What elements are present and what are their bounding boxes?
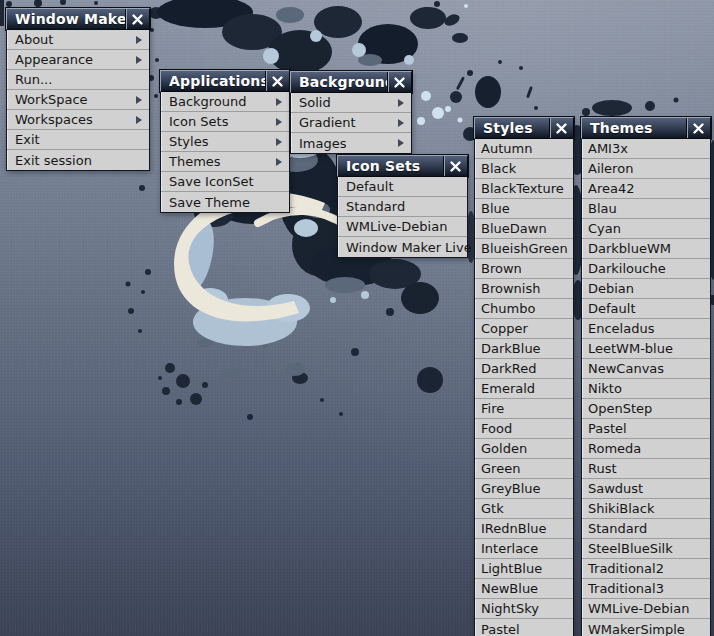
menu-item-darkred[interactable]: DarkRed (475, 359, 573, 379)
menu-item-newcanvas[interactable]: NewCanvas (582, 359, 710, 379)
menu-item-openstep[interactable]: OpenStep (582, 399, 710, 419)
menu-item-label: Rust (588, 459, 617, 478)
menu-item-about[interactable]: About (7, 30, 149, 50)
menu-item-save-theme[interactable]: Save Theme (161, 192, 289, 212)
menu-item-label: Window Maker Live (346, 238, 472, 257)
menu-item-area42[interactable]: Area42 (582, 179, 710, 199)
menu-item-autumn[interactable]: Autumn (475, 139, 573, 159)
menu-item-shikiblack[interactable]: ShikiBlack (582, 499, 710, 519)
menu-item-window-maker-live[interactable]: Window Maker Live (338, 237, 467, 257)
menu-item-rust[interactable]: Rust (582, 459, 710, 479)
menu-item-blueishgreen[interactable]: BlueishGreen (475, 239, 573, 259)
desktop[interactable]: Window Maker AboutAppearanceRun...WorkSp… (0, 0, 714, 636)
menu-item-wmlive-debian[interactable]: WMLive-Debian (582, 599, 710, 619)
submenu-arrow-icon (276, 138, 282, 146)
menu-item-greyblue[interactable]: GreyBlue (475, 479, 573, 499)
menu-item-run[interactable]: Run... (7, 70, 149, 90)
menu-body: AMI3xAileronArea42BlauCyanDarkblueWMDark… (581, 139, 711, 636)
close-button[interactable] (686, 118, 710, 138)
close-button[interactable] (443, 156, 467, 176)
menu-themes: Themes AMI3xAileronArea42BlauCyanDarkblu… (581, 117, 711, 636)
menu-item-brownish[interactable]: Brownish (475, 279, 573, 299)
menu-item-emerald[interactable]: Emerald (475, 379, 573, 399)
menu-item-newblue[interactable]: NewBlue (475, 579, 573, 599)
menu-item-blacktexture[interactable]: BlackTexture (475, 179, 573, 199)
menu-item-workspaces[interactable]: Workspaces (7, 110, 149, 130)
menu-item-images[interactable]: Images (291, 133, 411, 153)
menu-item-solid[interactable]: Solid (291, 93, 411, 113)
menu-item-lightblue[interactable]: LightBlue (475, 559, 573, 579)
menu-item-fire[interactable]: Fire (475, 399, 573, 419)
menu-item-aileron[interactable]: Aileron (582, 159, 710, 179)
menu-item-default[interactable]: Default (582, 299, 710, 319)
menu-item-default[interactable]: Default (338, 177, 467, 197)
menu-item-styles[interactable]: Styles (161, 132, 289, 152)
menu-item-standard[interactable]: Standard (582, 519, 710, 539)
menu-item-cyan[interactable]: Cyan (582, 219, 710, 239)
menu-item-label: NewBlue (481, 579, 538, 598)
menu-titlebar[interactable]: Themes (581, 117, 711, 139)
menu-item-exit[interactable]: Exit (7, 130, 149, 150)
menu-item-label: Golden (481, 439, 527, 458)
menu-item-golden[interactable]: Golden (475, 439, 573, 459)
menu-item-standard[interactable]: Standard (338, 197, 467, 217)
menu-item-chumbo[interactable]: Chumbo (475, 299, 573, 319)
menu-item-label: OpenStep (588, 399, 652, 418)
menu-item-steelbluesilk[interactable]: SteelBlueSilk (582, 539, 710, 559)
menu-title: Background (291, 72, 387, 92)
menu-item-ami3x[interactable]: AMI3x (582, 139, 710, 159)
menu-item-gtk[interactable]: Gtk (475, 499, 573, 519)
menu-item-label: WMLive-Debian (346, 217, 447, 236)
menu-item-darkblue[interactable]: DarkBlue (475, 339, 573, 359)
menu-titlebar[interactable]: Window Maker (6, 8, 150, 30)
menu-icon-sets: Icon Sets DefaultStandardWMLive-DebianWi… (337, 155, 468, 258)
menu-body: SolidGradientImages (290, 93, 412, 154)
menu-item-workspace[interactable]: WorkSpace (7, 90, 149, 110)
menu-item-irednblue[interactable]: IRednBlue (475, 519, 573, 539)
menu-item-label: Emerald (481, 379, 535, 398)
menu-item-bluedawn[interactable]: BlueDawn (475, 219, 573, 239)
close-icon (271, 75, 284, 88)
menu-item-themes[interactable]: Themes (161, 152, 289, 172)
menu-item-blue[interactable]: Blue (475, 199, 573, 219)
menu-item-nikto[interactable]: Nikto (582, 379, 710, 399)
menu-item-debian[interactable]: Debian (582, 279, 710, 299)
menu-item-wmakersimple[interactable]: WMakerSimple (582, 619, 710, 636)
menu-item-save-iconset[interactable]: Save IconSet (161, 172, 289, 192)
menu-item-darkilouche[interactable]: Darkilouche (582, 259, 710, 279)
menu-item-enceladus[interactable]: Enceladus (582, 319, 710, 339)
menu-item-nightsky[interactable]: NightSky (475, 599, 573, 619)
menu-item-romeda[interactable]: Romeda (582, 439, 710, 459)
menu-titlebar[interactable]: Background (290, 71, 412, 93)
menu-item-food[interactable]: Food (475, 419, 573, 439)
menu-item-gradient[interactable]: Gradient (291, 113, 411, 133)
menu-item-copper[interactable]: Copper (475, 319, 573, 339)
menu-item-darkbluewm[interactable]: DarkblueWM (582, 239, 710, 259)
close-button[interactable] (549, 118, 573, 138)
menu-item-black[interactable]: Black (475, 159, 573, 179)
menu-item-appearance[interactable]: Appearance (7, 50, 149, 70)
menu-item-label: Cyan (588, 219, 621, 238)
close-button[interactable] (387, 72, 411, 92)
menu-titlebar[interactable]: Applications (160, 70, 290, 92)
menu-titlebar[interactable]: Icon Sets (337, 155, 468, 177)
menu-titlebar[interactable]: Styles (474, 117, 574, 139)
menu-item-traditional2[interactable]: Traditional2 (582, 559, 710, 579)
menu-item-label: Fire (481, 399, 504, 418)
menu-item-green[interactable]: Green (475, 459, 573, 479)
menu-item-icon-sets[interactable]: Icon Sets (161, 112, 289, 132)
menu-item-pastel[interactable]: Pastel (582, 419, 710, 439)
menu-item-blau[interactable]: Blau (582, 199, 710, 219)
close-button[interactable] (265, 71, 289, 91)
menu-item-brown[interactable]: Brown (475, 259, 573, 279)
menu-item-sawdust[interactable]: Sawdust (582, 479, 710, 499)
menu-item-traditional3[interactable]: Traditional3 (582, 579, 710, 599)
submenu-arrow-icon (276, 118, 282, 126)
close-button[interactable] (125, 9, 149, 29)
menu-item-pastel[interactable]: Pastel (475, 619, 573, 636)
menu-item-wmlive-debian[interactable]: WMLive-Debian (338, 217, 467, 237)
menu-item-exit-session[interactable]: Exit session (7, 150, 149, 170)
menu-item-interlace[interactable]: Interlace (475, 539, 573, 559)
menu-item-background[interactable]: Background (161, 92, 289, 112)
menu-item-leetwm-blue[interactable]: LeetWM-blue (582, 339, 710, 359)
